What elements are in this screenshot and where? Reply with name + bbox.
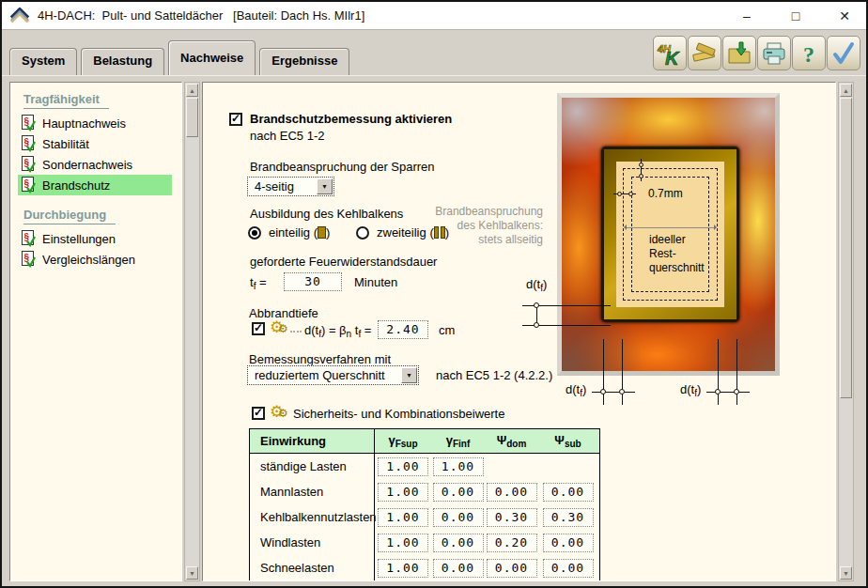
scroll-up-icon[interactable]: ▲ — [186, 84, 198, 97]
scrollbar-thumb[interactable] — [186, 98, 198, 137]
value-cell[interactable]: 0.30 — [543, 508, 594, 527]
paragraph-check-icon: § — [22, 230, 36, 247]
main-panel: ✓ Brandschutzbemessung aktivieren nach E… — [202, 82, 836, 581]
value-cell[interactable]: 0.00 — [543, 483, 594, 502]
import-button[interactable] — [722, 36, 756, 70]
dim-marker — [619, 389, 625, 395]
main-scrollbar[interactable]: ▲ ▼ — [838, 82, 854, 581]
confirm-button[interactable] — [827, 36, 860, 70]
abbrand-checkbox[interactable]: ✓ — [252, 322, 265, 335]
value-cell[interactable]: 0.00 — [543, 534, 594, 552]
table-row: Schneelasten 1.00 0.00 0.00 0.00 — [250, 555, 599, 580]
dim-marker — [600, 389, 606, 395]
value-cell[interactable]: 1.00 — [378, 508, 428, 527]
value-cell[interactable]: 0.00 — [543, 559, 594, 578]
close-button[interactable]: ✕ — [832, 8, 857, 23]
brandschutz-activate-checkbox[interactable]: ✓ — [229, 113, 242, 126]
scroll-up-icon[interactable]: ▲ — [840, 84, 852, 97]
header-gamma-fsup: γFsup — [388, 433, 417, 449]
dim-marker — [715, 389, 721, 395]
activate-label: Brandschutzbemessung aktivieren — [250, 112, 452, 126]
verfahren-note: nach EC5 1-2 (4.2.2.) — [436, 368, 552, 382]
value-cell[interactable]: 0.00 — [487, 483, 537, 502]
chrome-bar: System Belastung Nachweise Ergebnisse 4H… — [2, 31, 866, 75]
toolbar: 4H K — [652, 36, 860, 70]
tf-input[interactable]: 30 — [284, 272, 342, 291]
width-arrow — [625, 227, 716, 228]
verfahren-dropdown[interactable]: reduziertem Querschnitt ▼ — [247, 365, 419, 385]
dim-marker — [639, 162, 643, 167]
value-cell[interactable]: 0.00 — [487, 559, 537, 578]
abbrand-formula: d(tf) = βn tf = — [304, 323, 371, 339]
scrollbar-thumb[interactable] — [840, 98, 852, 398]
tab-nachweise[interactable]: Nachweise — [168, 40, 256, 75]
dim-marker — [734, 389, 739, 395]
sparren-dropdown[interactable]: 4-seitig ▼ — [247, 177, 334, 196]
dim-line — [592, 392, 635, 393]
activate-sublabel: nach EC5 1-2 — [250, 129, 325, 143]
print-button[interactable] — [757, 36, 791, 70]
value-cell[interactable]: 0.30 — [487, 508, 537, 527]
sidebar-item-label: Hauptnachweis — [42, 116, 126, 131]
beiwerte-table: Einwirkung γFsup γFinf Ψdom Ψsub ständig… — [249, 428, 600, 581]
value-cell[interactable]: 1.00 — [433, 457, 484, 476]
beiwerte-checkbox[interactable]: ✓ — [252, 407, 265, 420]
sidebar-item-label: Sondernachweis — [42, 158, 132, 172]
scroll-down-icon[interactable]: ▼ — [840, 566, 852, 580]
dim-marker — [628, 192, 633, 196]
value-cell[interactable]: 0.20 — [487, 534, 537, 552]
svg-text:§: § — [24, 232, 30, 242]
scroll-down-icon[interactable]: ▼ — [186, 566, 198, 580]
value-cell[interactable]: 1.00 — [378, 483, 428, 502]
value-cell[interactable]: 1.00 — [378, 457, 428, 476]
value-cell[interactable]: 0.00 — [433, 534, 484, 552]
value-cell[interactable]: 0.00 — [433, 559, 484, 578]
sidebar-item-stabilitaet[interactable]: § Stabilität — [18, 133, 172, 154]
sidebar-item-hauptnachweis[interactable]: § Hauptnachweis — [18, 113, 172, 133]
value-cell[interactable]: 1.00 — [378, 559, 428, 578]
content-area: Tragfähigkeit § Hauptnachweis § Stabilit… — [2, 75, 866, 586]
maximize-button[interactable]: □ — [783, 8, 808, 23]
sidebar-item-sondernachweis[interactable]: § Sondernachweis — [18, 154, 172, 175]
sidebar-item-einstellungen[interactable]: § Einstellungen — [18, 228, 172, 249]
einteilig-radio[interactable] — [248, 226, 261, 240]
dim-line — [622, 339, 623, 405]
zweiteilig-radio[interactable] — [356, 226, 369, 240]
logo-4hk-button[interactable]: 4H K — [653, 36, 687, 70]
timber-button[interactable] — [688, 36, 721, 70]
sparren-dropdown-value: 4-seitig — [248, 179, 317, 193]
svg-text:?: ? — [803, 42, 814, 67]
gear-icon[interactable]: ⚙⚙ — [270, 405, 288, 422]
header-psi-dom: Ψdom — [497, 433, 527, 449]
dtf-label-bottom-right: d(tf) — [680, 382, 701, 398]
chevron-down-icon[interactable]: ▼ — [401, 367, 417, 383]
minimize-button[interactable]: – — [735, 8, 759, 23]
sidebar-scrollbar[interactable]: ▲ ▼ — [184, 82, 200, 581]
help-button[interactable]: ? — [792, 36, 826, 70]
sidebar-item-label: Stabilität — [42, 137, 89, 151]
timber-icon — [691, 40, 718, 67]
dtf-label-left: d(tf) — [526, 277, 547, 293]
table-row: ständige Lasten 1.00 1.00 — [250, 454, 599, 479]
chevron-down-icon[interactable]: ▼ — [317, 178, 333, 194]
dim-marker — [534, 302, 539, 308]
svg-text:§: § — [24, 158, 30, 168]
value-cell[interactable]: 0.00 — [433, 483, 484, 502]
tab-system[interactable]: System — [9, 48, 77, 75]
title-bar: 4H-DACH: Pult- und Satteldächer [Bauteil… — [2, 2, 866, 30]
window-title: 4H-DACH: Pult- und Satteldächer [Bauteil… — [38, 8, 364, 23]
header-gamma-finf: γFinf — [446, 433, 471, 449]
tab-ergebnisse[interactable]: Ergebnisse — [259, 48, 349, 75]
sidebar-item-label: Brandschutz — [42, 178, 110, 193]
tab-belastung[interactable]: Belastung — [81, 48, 164, 75]
dim-line — [736, 339, 737, 405]
verfahren-label: Bemessungsverfahren mit — [249, 352, 391, 366]
value-cell[interactable]: 0.00 — [433, 508, 484, 527]
sidebar-item-brandschutz[interactable]: § Brandschutz — [18, 175, 172, 195]
gear-icon[interactable]: ⚙⚙ — [270, 320, 288, 337]
paragraph-check-icon: § — [22, 251, 36, 268]
value-cell[interactable]: 1.00 — [378, 534, 428, 552]
sidebar-item-vergleichslaengen[interactable]: § Vergleichslängen — [18, 249, 172, 270]
sidebar-heading-durchbiegung: Durchbiegung — [23, 208, 116, 224]
abbrand-input[interactable]: 2.40 — [378, 320, 428, 339]
